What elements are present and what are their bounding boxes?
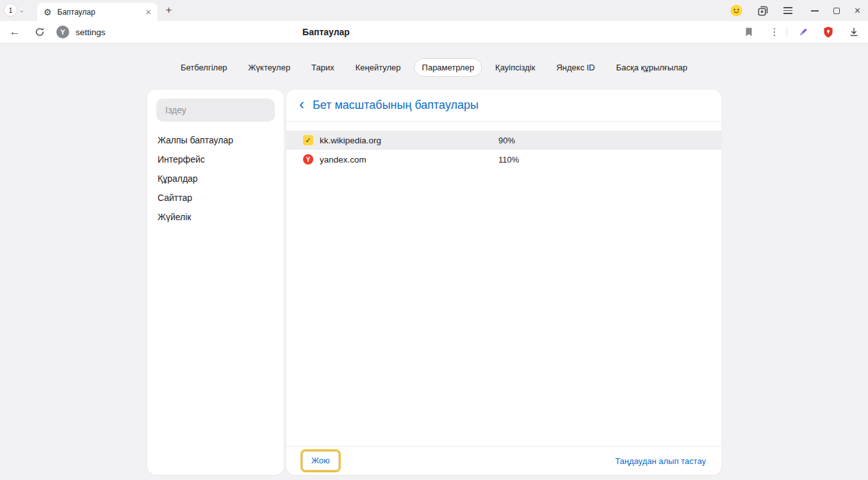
- page-zoom-settings-panel: ‹ Бет масштабының баптаулары ✓ kk.wikipe…: [286, 90, 721, 475]
- back-icon[interactable]: ←: [8, 21, 22, 43]
- nav-tab-other-devices[interactable]: Басқа құрылғылар: [609, 58, 695, 77]
- checkbox-checked-icon[interactable]: ✓: [303, 135, 313, 145]
- sidebar-item-interface[interactable]: Интерфейс: [147, 150, 284, 169]
- panel-footer: Жою Таңдаудан алып тастау: [286, 446, 721, 475]
- gear-icon: ⚙: [44, 8, 52, 17]
- tab-counter[interactable]: 1 ⌄: [4, 3, 24, 17]
- address-bar: ← Y settings Баптаулар ⋮: [0, 21, 868, 44]
- delete-button-highlight: Жою: [300, 449, 341, 472]
- tab-title: Баптаулар: [58, 8, 140, 17]
- site-name: yandex.com: [320, 155, 366, 164]
- nav-tab-security[interactable]: Қауіпсіздік: [487, 58, 543, 77]
- deselect-all-link[interactable]: Таңдаудан алып тастау: [615, 456, 706, 466]
- menu-icon[interactable]: [783, 7, 792, 14]
- site-name: kk.wikipedia.org: [320, 136, 381, 145]
- tab-count-badge[interactable]: 1: [4, 3, 17, 17]
- search-input[interactable]: [156, 99, 275, 122]
- tab-close-icon[interactable]: ×: [145, 7, 151, 17]
- settings-nav-tabs: Бетбелгілер Жүктеулер Тарих Кеңейтулер П…: [173, 58, 695, 77]
- nav-tab-settings[interactable]: Параметрлер: [414, 58, 482, 77]
- back-chevron-icon[interactable]: ‹: [299, 97, 304, 112]
- new-tab-button[interactable]: +: [162, 4, 176, 17]
- settings-sidebar: Жалпы баптаулар Интерфейс Құралдар Сайтт…: [147, 90, 284, 475]
- tabbar-right-controls: ×: [730, 0, 860, 21]
- bookmark-icon[interactable]: [742, 21, 755, 43]
- nav-tab-bookmarks[interactable]: Бетбелгілер: [173, 58, 235, 77]
- site-favicon[interactable]: Y: [56, 21, 70, 43]
- chevron-down-icon: ⌄: [19, 7, 24, 13]
- window-minimize-button[interactable]: [811, 10, 819, 12]
- sidebar-item-tools[interactable]: Құралдар: [147, 169, 284, 188]
- zoom-sites-list: ✓ kk.wikipedia.org 90% Y yandex.com 110%: [286, 131, 721, 169]
- sidebar-menu: Жалпы баптаулар Интерфейс Құралдар Сайтт…: [147, 131, 284, 227]
- browser-tab-settings[interactable]: ⚙ Баптаулар ×: [37, 3, 158, 21]
- yandex-favicon-icon: Y: [56, 26, 69, 38]
- tab-panel-icon[interactable]: [757, 5, 769, 17]
- download-icon[interactable]: [848, 21, 860, 43]
- window-maximize-button[interactable]: [833, 8, 840, 14]
- yandex-site-icon: Y: [303, 154, 313, 164]
- delete-button[interactable]: Жою: [302, 451, 339, 470]
- rewards-icon[interactable]: [730, 4, 742, 17]
- browser-tabbar: 1 ⌄ ⚙ Баптаулар × + ×: [0, 0, 868, 21]
- zoom-value: 110%: [498, 155, 519, 164]
- sidebar-item-general[interactable]: Жалпы баптаулар: [147, 131, 284, 150]
- protect-shield-icon[interactable]: [822, 21, 835, 43]
- nav-tab-extensions[interactable]: Кеңейтулер: [348, 58, 409, 77]
- sidebar-item-sites[interactable]: Сайттар: [147, 188, 284, 207]
- zoom-value: 90%: [498, 136, 515, 145]
- panel-title[interactable]: Бет масштабының баптаулары: [313, 99, 479, 112]
- panel-header: ‹ Бет масштабының баптаулары: [286, 90, 721, 122]
- nav-tab-yandex-id[interactable]: Яндекс ID: [548, 58, 602, 77]
- reload-icon[interactable]: [33, 21, 47, 43]
- nav-tab-downloads[interactable]: Жүктеулер: [241, 58, 299, 77]
- nav-tab-history[interactable]: Тарих: [304, 58, 342, 77]
- pen-icon[interactable]: [796, 21, 809, 43]
- toolbar-divider: [787, 27, 787, 37]
- url-text[interactable]: settings: [76, 21, 106, 43]
- sidebar-item-system[interactable]: Жүйелік: [147, 207, 284, 227]
- page-title: Баптаулар: [302, 21, 350, 43]
- more-options-icon[interactable]: ⋮: [770, 21, 779, 43]
- zoom-row-yandex[interactable]: Y yandex.com 110%: [286, 150, 721, 169]
- window-close-button[interactable]: ×: [855, 6, 860, 16]
- zoom-row-wikipedia[interactable]: ✓ kk.wikipedia.org 90%: [286, 131, 721, 150]
